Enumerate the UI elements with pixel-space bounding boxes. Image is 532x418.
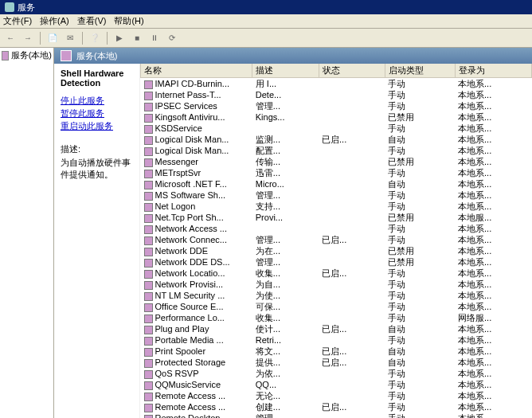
gear-icon: [144, 170, 153, 178]
table-row[interactable]: QoS RSVP为依...手动本地系...: [141, 368, 532, 379]
table-row[interactable]: Network Provisi...为自...手动本地系...: [141, 279, 532, 290]
table-row[interactable]: NT LM Security ...为使...手动本地系...: [141, 290, 532, 301]
gear-icon: [144, 337, 153, 346]
col-status[interactable]: 状态: [319, 64, 385, 78]
gear-icon: [144, 92, 153, 100]
table-row[interactable]: Network DDE为在...已禁用本地系...: [141, 245, 532, 256]
table-row[interactable]: Internet Pass-T...Dete...手动本地系...: [141, 89, 532, 100]
services-icon: [61, 50, 72, 61]
service-list[interactable]: 名称 描述 状态 启动类型 登录为 IMAPI CD-Burnin...用 I.…: [140, 64, 532, 418]
table-row[interactable]: Network DDE DS...管理...已禁用本地系...: [141, 256, 532, 268]
description-label: 描述:: [61, 143, 133, 155]
gear-icon: [144, 404, 153, 412]
gear-icon: [144, 192, 153, 201]
title-bar: 服务: [0, 0, 532, 14]
table-row[interactable]: Microsoft .NET F...Micro...自动本地系...: [141, 178, 532, 189]
table-row[interactable]: IMAPI CD-Burnin...用 I...手动本地系...: [141, 78, 532, 90]
forward-button[interactable]: →: [21, 31, 35, 45]
description-text: 为自动播放硬件事件提供通知。: [61, 157, 133, 181]
menu-view[interactable]: 查看(V): [77, 15, 107, 27]
help-icon[interactable]: ❔: [88, 31, 102, 45]
gear-icon: [144, 225, 153, 234]
toolbar: ← → 📄 ✉ ❔ ▶ ■ ⏸ ⟳: [0, 29, 532, 48]
gear-icon: [144, 80, 153, 89]
table-row[interactable]: Net Logon支持...手动本地系...: [141, 201, 532, 212]
table-row[interactable]: Kingsoft Antiviru...Kings...已禁用本地系...: [141, 111, 532, 123]
app-icon: [5, 2, 14, 12]
table-row[interactable]: Network Access ...手动本地系...: [141, 223, 532, 234]
table-row[interactable]: Net.Tcp Port Sh...Provi...已禁用本地服...: [141, 212, 532, 223]
menu-bar: 文件(F) 操作(A) 查看(V) 帮助(H): [0, 14, 532, 29]
table-row[interactable]: Performance Lo...收集...手动网络服...: [141, 312, 532, 323]
table-row[interactable]: Protected Storage提供...已启...自动本地系...: [141, 357, 532, 368]
gear-icon: [144, 359, 153, 368]
gear-icon: [144, 181, 153, 189]
restart-icon[interactable]: ⟳: [165, 31, 179, 45]
tree-root-label: 服务(本地): [11, 49, 52, 61]
gear-icon: [144, 203, 153, 212]
gear-icon: [144, 125, 153, 134]
tree-root-item[interactable]: 服务(本地): [2, 49, 52, 61]
gear-icon: [144, 214, 153, 223]
services-icon: [2, 51, 9, 61]
col-desc[interactable]: 描述: [252, 64, 319, 78]
menu-help[interactable]: 帮助(H): [114, 15, 143, 27]
menu-action[interactable]: 操作(A): [40, 15, 69, 27]
window-title: 服务: [18, 2, 35, 14]
menu-file[interactable]: 文件(F): [3, 15, 32, 27]
gear-icon: [144, 292, 153, 301]
table-row[interactable]: Remote Access ...创建...已启...手动本地系...: [141, 401, 532, 412]
table-row[interactable]: METrsptSvr迅雷...手动本地系...: [141, 167, 532, 178]
panel-header: 服务(本地): [54, 48, 532, 64]
selected-service-name: Shell Hardware Detection: [61, 68, 133, 88]
table-row[interactable]: Network Connec...管理...已启...手动本地系...: [141, 234, 532, 245]
table-row[interactable]: IPSEC Services管理...手动本地系...: [141, 100, 532, 111]
separator: [82, 32, 83, 45]
gear-icon: [144, 114, 153, 123]
start-icon[interactable]: ▶: [112, 31, 127, 45]
table-row[interactable]: Network Locatio...收集...已启...手动本地系...: [141, 268, 532, 279]
properties-icon[interactable]: ✉: [63, 31, 77, 45]
panel-title: 服务(本地): [76, 50, 117, 62]
table-row[interactable]: Print Spooler将文...已启...自动本地系...: [141, 346, 532, 357]
col-logon[interactable]: 登录为: [455, 64, 531, 78]
table-row[interactable]: Plug and Play使计...已启...自动本地系...: [141, 323, 532, 334]
restart-link[interactable]: 重启动此服务: [61, 119, 133, 132]
gear-icon: [144, 270, 153, 279]
table-row[interactable]: MS Software Sh...管理...手动本地系...: [141, 189, 532, 201]
stop-icon[interactable]: ■: [130, 31, 144, 45]
gear-icon: [144, 281, 153, 290]
table-row[interactable]: Messenger传输...已禁用本地系...: [141, 156, 532, 167]
detail-panel: Shell Hardware Detection 停止此服务 暂停此服务 重启动…: [54, 64, 140, 418]
gear-icon: [144, 236, 153, 245]
col-startup[interactable]: 启动类型: [385, 64, 455, 78]
gear-icon: [144, 348, 153, 357]
gear-icon: [144, 248, 153, 256]
stop-link[interactable]: 停止此服务: [61, 94, 133, 107]
table-row[interactable]: QQMusicServiceQQ...手动本地系...: [141, 379, 532, 390]
separator: [40, 32, 41, 45]
table-row[interactable]: Logical Disk Man...配置...手动本地系...: [141, 145, 532, 156]
gear-icon: [144, 136, 153, 145]
tree-panel: 服务(本地): [0, 48, 54, 418]
table-row[interactable]: KSDService手动本地系...: [141, 123, 532, 134]
table-row[interactable]: Remote Access ...无论...手动本地系...: [141, 390, 532, 401]
gear-icon: [144, 259, 153, 268]
gear-icon: [144, 381, 153, 390]
table-row[interactable]: Remote Desktop...管理...手动本地系...: [141, 412, 532, 418]
gear-icon: [144, 393, 153, 401]
col-name[interactable]: 名称: [141, 64, 252, 78]
table-row[interactable]: Portable Media ...Retri...手动本地系...: [141, 334, 532, 346]
pause-link[interactable]: 暂停此服务: [61, 107, 133, 119]
gear-icon: [144, 370, 153, 379]
gear-icon: [144, 303, 153, 312]
gear-icon: [144, 415, 153, 418]
back-button[interactable]: ←: [3, 31, 18, 45]
separator: [107, 32, 108, 45]
table-row[interactable]: Office Source E...可保...手动本地系...: [141, 301, 532, 312]
pause-icon[interactable]: ⏸: [147, 31, 162, 45]
export-icon[interactable]: 📄: [45, 31, 60, 45]
gear-icon: [144, 147, 153, 156]
table-row[interactable]: Logical Disk Man...监测...已启...自动本地系...: [141, 134, 532, 145]
gear-icon: [144, 326, 153, 334]
